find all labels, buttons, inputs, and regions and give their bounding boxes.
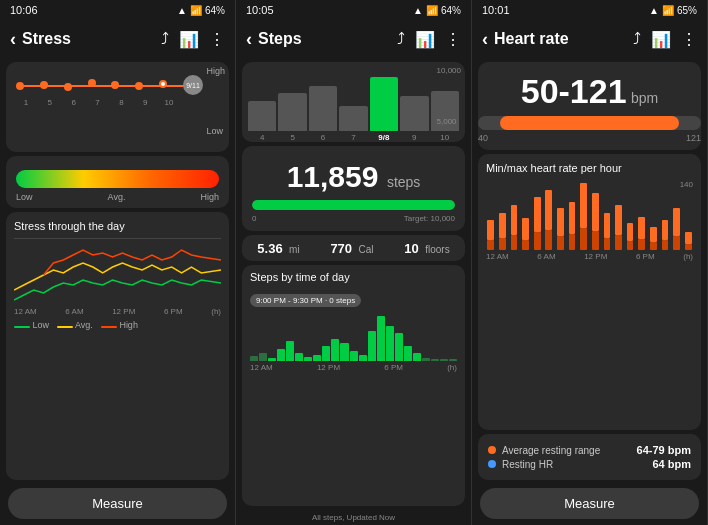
stress-axis-labels: High Low bbox=[206, 66, 225, 136]
stress-title: Stress bbox=[22, 30, 71, 48]
mini-bar bbox=[431, 359, 439, 361]
mini-bar bbox=[259, 353, 267, 361]
hr-bar-pair bbox=[672, 180, 682, 250]
mini-bar bbox=[440, 359, 448, 361]
hr-bar-pair bbox=[614, 180, 624, 250]
stress-date: 8 bbox=[113, 98, 129, 107]
mini-bar bbox=[404, 346, 412, 361]
hr-range-labels: 40 121 bbox=[478, 133, 701, 143]
step-bar-active bbox=[370, 77, 398, 131]
step-bar-item: 4 bbox=[248, 77, 276, 142]
time-label: 6 PM bbox=[384, 363, 403, 372]
stat-floors: 10 floors bbox=[404, 239, 449, 257]
mini-bar bbox=[350, 351, 358, 361]
legend-avg-icon: Avg. bbox=[57, 320, 93, 330]
hr-unit: bpm bbox=[631, 90, 658, 106]
time-label: 12 PM bbox=[112, 307, 135, 316]
stat-distance-unit: mi bbox=[289, 244, 300, 255]
hr-legend-dot-blue bbox=[488, 460, 496, 468]
mini-bar bbox=[386, 326, 394, 361]
steps-nav-left: ‹ Steps bbox=[246, 29, 302, 50]
step-bar-date: 7 bbox=[351, 133, 355, 142]
back-arrow-hr[interactable]: ‹ bbox=[482, 29, 488, 50]
measure-button-hr[interactable]: Measure bbox=[480, 488, 699, 519]
steps-bars: 4 5 6 7 9/8 bbox=[248, 77, 459, 142]
hr-bar-pair bbox=[544, 180, 554, 250]
step-bar bbox=[400, 96, 428, 131]
mini-bar bbox=[286, 341, 294, 361]
hr-nav-right: ⤴ 📊 ⋮ bbox=[633, 30, 697, 49]
wifi-icon-hr: ▲ bbox=[649, 5, 659, 16]
hr-bar-pair bbox=[556, 180, 566, 250]
hr-range-display: 50-121 bpm bbox=[478, 72, 701, 111]
divider bbox=[14, 238, 221, 239]
signal-icon: 📶 bbox=[190, 5, 202, 16]
wifi-icon-steps: ▲ bbox=[413, 5, 423, 16]
stress-nav-left: ‹ Stress bbox=[10, 29, 71, 50]
measure-button-stress[interactable]: Measure bbox=[8, 488, 227, 519]
steps-content: 10,000 5,000 4 5 6 7 bbox=[236, 58, 471, 510]
back-arrow-steps[interactable]: ‹ bbox=[246, 29, 252, 50]
time-label: 12 PM bbox=[584, 252, 607, 261]
chart-icon-stress[interactable]: 📊 bbox=[179, 30, 199, 49]
stress-dot-active: 9/11 bbox=[183, 75, 203, 95]
stress-date: 1 bbox=[18, 98, 34, 107]
legend-high-icon: High bbox=[101, 320, 138, 330]
time-label: (h) bbox=[683, 252, 693, 261]
share-icon-steps[interactable]: ⤴ bbox=[397, 30, 405, 48]
status-bar-stress: 10:06 ▲ 📶 64% bbox=[0, 0, 235, 20]
more-icon-stress[interactable]: ⋮ bbox=[209, 30, 225, 49]
share-icon-hr[interactable]: ⤴ bbox=[633, 30, 641, 48]
chart-icon-hr[interactable]: 📊 bbox=[651, 30, 671, 49]
step-bar bbox=[248, 101, 276, 131]
stat-calories-value: 770 bbox=[330, 241, 352, 256]
steps-nav-right: ⤴ 📊 ⋮ bbox=[397, 30, 461, 49]
steps-main-card: 11,859 steps 0 Target: 10,000 bbox=[242, 146, 465, 231]
steps-big: 11,859 steps bbox=[252, 154, 455, 196]
stat-calories: 770 Cal bbox=[330, 239, 373, 257]
mini-bar bbox=[331, 339, 339, 361]
hr-bar-pair bbox=[532, 180, 542, 250]
mini-bar bbox=[268, 358, 276, 361]
time-label: 12 AM bbox=[14, 307, 37, 316]
share-icon-stress[interactable]: ⤴ bbox=[161, 30, 169, 48]
hr-range-fill bbox=[500, 116, 678, 130]
progress-to: Target: 10,000 bbox=[404, 214, 455, 223]
status-icons-steps: ▲ 📶 64% bbox=[413, 5, 461, 16]
stress-dot bbox=[16, 82, 24, 90]
hr-title: Heart rate bbox=[494, 30, 569, 48]
stress-day-title: Stress through the day bbox=[14, 220, 221, 232]
low-label: Low bbox=[206, 126, 225, 136]
chart-icon-steps[interactable]: 📊 bbox=[415, 30, 435, 49]
steps-time-labels: 12 AM 12 PM 6 PM (h) bbox=[250, 363, 457, 372]
hr-bar-pair bbox=[567, 180, 577, 250]
hr-bars: 140 bbox=[486, 180, 693, 250]
step-bar bbox=[339, 106, 367, 131]
stress-level-card: Low Avg. High bbox=[6, 156, 229, 208]
steps-progress-bar bbox=[252, 200, 455, 210]
hr-bar-pair bbox=[649, 180, 659, 250]
stress-date: 7 bbox=[90, 98, 106, 107]
hr-bar-pair bbox=[660, 180, 670, 250]
status-icons-stress: ▲ 📶 64% bbox=[177, 5, 225, 16]
hr-bar-pair bbox=[625, 180, 635, 250]
time-label: 6 AM bbox=[537, 252, 555, 261]
stress-dot bbox=[88, 79, 96, 87]
mini-bar bbox=[295, 353, 303, 361]
stress-dot bbox=[64, 83, 72, 91]
back-arrow-stress[interactable]: ‹ bbox=[10, 29, 16, 50]
time-label: 6 AM bbox=[65, 307, 83, 316]
stress-dots: 9/11 bbox=[14, 76, 205, 94]
status-time-steps: 10:05 bbox=[246, 4, 274, 16]
steps-progress-fill bbox=[252, 200, 455, 210]
mini-bar bbox=[413, 353, 421, 361]
stress-legend: Low Avg. High bbox=[14, 320, 221, 330]
step-bar-item: 7 bbox=[339, 77, 367, 142]
steps-time-title: Steps by time of day bbox=[250, 271, 457, 283]
time-label: 12 PM bbox=[317, 363, 340, 372]
time-label: 12 AM bbox=[486, 252, 509, 261]
more-icon-hr[interactable]: ⋮ bbox=[681, 30, 697, 49]
more-icon-steps[interactable]: ⋮ bbox=[445, 30, 461, 49]
stress-gradient-bar bbox=[16, 170, 219, 188]
high-label-bar: High bbox=[200, 192, 219, 202]
